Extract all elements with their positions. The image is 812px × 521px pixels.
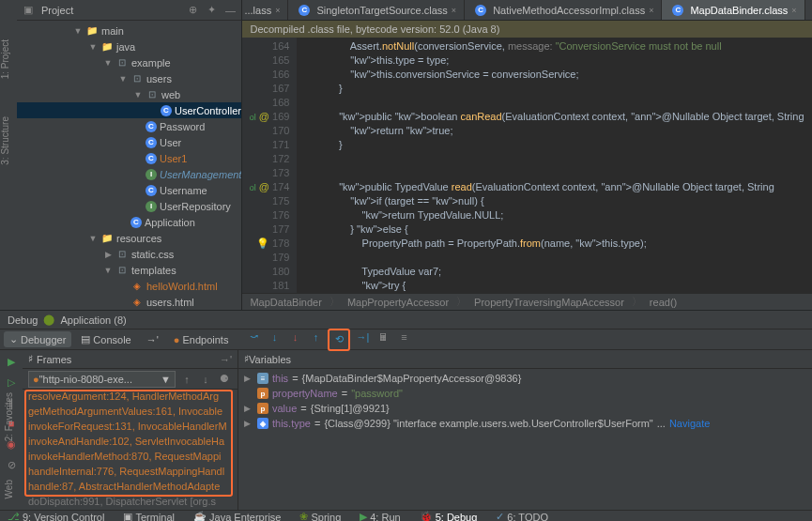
crumb-1[interactable]: MapDataBinder (250, 297, 321, 308)
var-value[interactable]: ▶pvalue = {String[1]@9921} (238, 401, 812, 416)
tree-folder-static[interactable]: ▶⊡static.css (17, 246, 241, 262)
tree-class-password[interactable]: CPassword (17, 118, 241, 134)
navigate-link[interactable]: Navigate (669, 418, 710, 429)
breadcrumb: MapDataBinder〉 MapPropertyAccessor〉 Prop… (242, 293, 812, 310)
frame-row[interactable]: handle:87, AbstractHandlerMethodAdapte (23, 480, 237, 495)
tree-folder-main[interactable]: ▼📁main (17, 23, 241, 38)
step-into-icon[interactable]: ↓ (266, 329, 283, 345)
tab-endpoints-arrow[interactable]: →' (141, 332, 164, 347)
side-tab-structure[interactable]: 3: Structure (0, 116, 17, 165)
settings-icon[interactable]: ✦ (204, 3, 219, 18)
bottom-javaent[interactable]: ☕Java Enterprise (190, 511, 284, 521)
tab-singleton[interactable]: CSingletonTargetSource.class× (288, 0, 465, 20)
tab-partial[interactable]: ...lass× (242, 0, 288, 20)
frame-row[interactable]: invokeForRequest:131, InvocableHandlerM (23, 420, 237, 435)
frames-title: Frames (37, 354, 71, 365)
tree-class-usermanagement[interactable]: IUserManagement (17, 166, 241, 182)
var-this-type[interactable]: ▶◈this.type = {Class@9299} "interface ex… (238, 416, 812, 431)
editor-tabs: ...lass× CSingletonTargetSource.class× C… (242, 0, 812, 21)
evaluate-icon[interactable]: 🖩 (375, 329, 391, 345)
more-icon[interactable]: ≡ (395, 329, 412, 345)
tab-endpoints[interactable]: ●Endpoints (168, 332, 235, 347)
step-out-icon[interactable]: ↑ (307, 329, 324, 345)
force-step-into-icon[interactable]: ↓ (286, 329, 303, 345)
drop-frame-button[interactable]: ⟲ (328, 329, 350, 351)
tab-debugger[interactable]: ⌄Debugger (4, 331, 71, 347)
crumb-4[interactable]: read() (650, 297, 677, 308)
tree-class-userrepository[interactable]: IUserRepository (17, 198, 241, 214)
frame-row[interactable]: invokeHandlerMethod:870, RequestMappi (23, 450, 237, 465)
decompiled-warning: Decompiled .class file, bytecode version… (242, 21, 812, 38)
frame-row[interactable]: getMethodArgumentValues:161, Invocable (23, 405, 237, 420)
project-title: Project (41, 5, 73, 16)
variables-list[interactable]: ▶≡this = {MapDataBinder$MapPropertyAcces… (238, 369, 812, 510)
resume-icon[interactable]: ▷ (4, 375, 19, 390)
var-this[interactable]: ▶≡this = {MapDataBinder$MapPropertyAcces… (238, 371, 812, 386)
prev-frame-icon[interactable]: ↑ (179, 372, 194, 387)
bottom-vcs[interactable]: ⎇9: Version Control (4, 511, 108, 521)
thread-selector[interactable]: ●"http-nio-8080-exe...▼ (28, 371, 176, 388)
bottom-terminal[interactable]: ▣Terminal (119, 511, 178, 521)
run-to-cursor-icon[interactable]: →| (354, 329, 371, 345)
side-tab-favorites[interactable]: 2: Favorites (4, 392, 14, 441)
bottom-todo[interactable]: ✓6: TODO (492, 511, 552, 521)
tree-pkg-example[interactable]: ▼⊡example (17, 54, 241, 70)
side-tab-project[interactable]: 1: Project (0, 39, 17, 79)
frame-row[interactable]: doDispatch:991, DispatcherServlet [org.s (23, 495, 237, 510)
tree-file-helloworld[interactable]: ◈helloWorld.html (17, 278, 241, 294)
var-propertyname[interactable]: ppropertyName = "password" (238, 386, 812, 401)
tree-pkg-web[interactable]: ▼⊡web (17, 86, 241, 102)
bottom-run[interactable]: ▶4: Run (356, 511, 404, 521)
filter-icon[interactable]: ⚈ (217, 372, 232, 387)
gutter[interactable]: 164165166167168ol @ 169170171172173ol @ … (242, 38, 297, 293)
tree-folder-resources[interactable]: ▼📁resources (17, 230, 241, 246)
tree-class-usercontroller[interactable]: CUserController (17, 102, 241, 118)
tab-console[interactable]: ▤Console (75, 331, 136, 347)
tab-native[interactable]: CNativeMethodAccessorImpl.class× (465, 0, 662, 20)
project-tree[interactable]: ▼📁main ▼📁java ▼⊡example ▼⊡users ▼⊡web CU… (17, 21, 241, 310)
frame-row[interactable]: invokeAndHandle:102, ServletInvocableHa (23, 435, 237, 450)
debug-app-label: Application (8) (60, 314, 126, 326)
frames-list[interactable]: resolveArgument:124, HandlerMethodArgget… (23, 390, 237, 510)
tree-folder-templates[interactable]: ▼⊡templates (17, 262, 241, 278)
crumb-2[interactable]: MapPropertyAccessor (347, 297, 449, 308)
tab-abstract[interactable]: CAbstractProperty (805, 0, 812, 20)
frame-row[interactable]: handleInternal:776, RequestMappingHandl (23, 465, 237, 480)
bottom-spring[interactable]: ❀Spring (296, 511, 345, 521)
tree-class-user[interactable]: CUser (17, 134, 241, 150)
bottom-debug[interactable]: 🐞5: Debug (416, 511, 482, 521)
tree-class-user1[interactable]: CUser1 (17, 150, 241, 166)
next-frame-icon[interactable]: ↓ (198, 372, 213, 387)
vars-title: Variables (249, 354, 291, 365)
crumb-3[interactable]: PropertyTraversingMapAccessor (474, 297, 624, 308)
collapse-icon[interactable]: ⊕ (185, 3, 200, 18)
project-icon: ▣ (21, 3, 36, 18)
frame-row[interactable]: resolveArgument:124, HandlerMethodArg (23, 390, 237, 405)
tab-mapdatabinder[interactable]: CMapDataBinder.class× (662, 0, 804, 20)
rerun-icon[interactable]: ▶ (4, 354, 19, 369)
tree-folder-java[interactable]: ▼📁java (17, 38, 241, 54)
tree-class-username[interactable]: CUsername (17, 182, 241, 198)
debug-title: Debug (8, 314, 38, 326)
tree-file-users-html[interactable]: ◈users.html (17, 294, 241, 310)
code-editor[interactable]: Assert.notNull(conversionService, messag… (297, 38, 812, 293)
side-tab-web[interactable]: Web (4, 480, 14, 498)
tree-class-application[interactable]: CApplication (17, 214, 241, 230)
step-over-icon[interactable]: ⤻ (245, 329, 262, 345)
tree-pkg-users[interactable]: ▼⊡users (17, 70, 241, 86)
hide-icon[interactable]: — (222, 3, 237, 18)
